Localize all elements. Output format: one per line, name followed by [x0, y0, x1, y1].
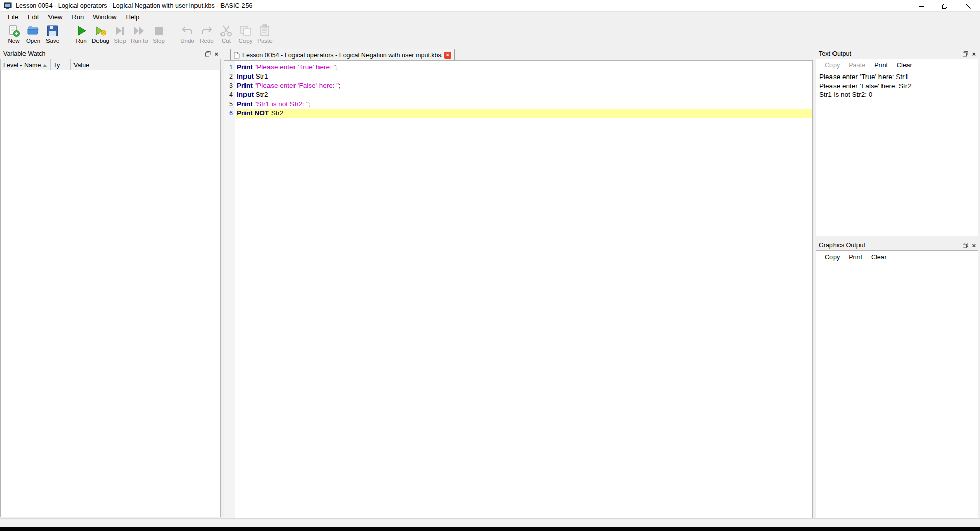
- graphics-output-content: CopyPrintClear: [816, 250, 978, 518]
- graphics-output-print-button[interactable]: Print: [844, 254, 867, 261]
- line-number: 4: [224, 90, 236, 99]
- graphics-output-copy-button[interactable]: Copy: [820, 254, 844, 261]
- toolbar-button-label: Save: [46, 38, 59, 44]
- restore-icon[interactable]: [933, 0, 957, 12]
- tab-close-icon[interactable]: ×: [444, 52, 451, 59]
- menu-run[interactable]: Run: [67, 12, 88, 22]
- menu-window[interactable]: Window: [88, 12, 121, 22]
- menu-help[interactable]: Help: [121, 12, 144, 22]
- toolbar-step-button[interactable]: Step: [110, 24, 130, 44]
- toolbar-paste-button[interactable]: Paste: [255, 24, 275, 44]
- paste-icon: [258, 24, 272, 37]
- toolbar-stop-button[interactable]: Stop: [149, 24, 168, 44]
- menu-bar: FileEditViewRunWindowHelp: [0, 12, 980, 22]
- code-line-text: Print "Str1 is not Str2: ";: [236, 99, 812, 109]
- editor-tab-title: Lesson 0054 - Logical operators - Logica…: [242, 52, 442, 59]
- code-line-1[interactable]: 1Print "Please enter 'True' here: ";: [224, 63, 812, 72]
- toolbar-cut-button[interactable]: Cut: [216, 24, 236, 44]
- status-bar: [0, 518, 980, 527]
- text-output-content: CopyPastePrintClear Please enter 'True' …: [816, 59, 978, 236]
- toolbar-run-to-button[interactable]: Run to: [130, 24, 149, 44]
- toolbar-new-button[interactable]: New: [4, 24, 23, 44]
- close-panel-icon[interactable]: ×: [972, 51, 976, 57]
- graphics-output-clear-button[interactable]: Clear: [867, 254, 891, 261]
- workspace: Variable Watch × Level - NameTyValue Les…: [0, 48, 980, 518]
- toolbar-copy-button[interactable]: Copy: [236, 24, 255, 44]
- toolbar-button-label: Redo: [200, 38, 214, 44]
- minimize-icon[interactable]: [910, 0, 933, 12]
- close-panel-icon[interactable]: ×: [214, 51, 218, 57]
- line-number: 6: [224, 109, 236, 118]
- toolbar-button-label: Step: [114, 38, 126, 44]
- float-panel-icon[interactable]: [963, 51, 968, 57]
- code-editor-panel: Lesson 0054 - Logical operators - Logica…: [224, 48, 813, 518]
- code-line-2[interactable]: 2Input Str1: [224, 72, 812, 81]
- menu-view[interactable]: View: [43, 12, 67, 22]
- variable-watch-body[interactable]: [0, 70, 221, 517]
- redo-icon: [200, 24, 213, 37]
- menu-file[interactable]: File: [3, 12, 23, 22]
- code-line-5[interactable]: 5Print "Str1 is not Str2: ";: [224, 99, 812, 109]
- toolbar-button-label: Paste: [257, 38, 272, 44]
- undo-icon: [181, 24, 194, 37]
- line-number-gutter: [224, 61, 235, 518]
- save-icon: [46, 24, 59, 37]
- text-output-clear-button[interactable]: Clear: [892, 62, 917, 69]
- column-header-level-name[interactable]: Level - Name: [1, 59, 51, 70]
- copy-icon: [239, 24, 252, 37]
- toolbar-debug-button[interactable]: Debug: [91, 24, 110, 44]
- close-icon[interactable]: [957, 0, 980, 12]
- code-line-6[interactable]: 6Print NOT Str2: [224, 109, 812, 118]
- column-header-value[interactable]: Value: [71, 59, 220, 70]
- document-icon: [234, 52, 240, 59]
- toolbar-button-label: New: [8, 38, 19, 44]
- float-panel-icon[interactable]: [205, 51, 211, 57]
- line-number: 1: [224, 63, 236, 72]
- graphics-output-header: Graphics Output ×: [816, 240, 978, 250]
- cut-icon: [219, 24, 233, 37]
- toolbar-button-label: Open: [26, 38, 40, 44]
- code-line-3[interactable]: 3Print "Please enter 'False' here: ";: [224, 81, 812, 90]
- float-panel-icon[interactable]: [963, 243, 968, 248]
- toolbar-run-button[interactable]: Run: [71, 24, 91, 44]
- text-output-title: Text Output: [819, 50, 851, 57]
- menu-edit[interactable]: Edit: [23, 12, 43, 22]
- new-file-icon: [7, 24, 20, 37]
- toolbar-button-label: Run: [76, 38, 86, 44]
- text-output-line: Please enter 'False' here: Str2: [819, 82, 975, 91]
- column-header-ty[interactable]: Ty: [51, 59, 71, 70]
- toolbar-button-label: Undo: [180, 38, 194, 44]
- code-line-4[interactable]: 4Input Str2: [224, 90, 812, 99]
- text-output-line: Str1 is not Str2: 0: [819, 90, 975, 99]
- text-output-paste-button[interactable]: Paste: [844, 62, 870, 69]
- toolbar-undo-button[interactable]: Undo: [178, 24, 197, 44]
- title-bar: Lesson 0054 - Logical operators - Logica…: [0, 0, 980, 12]
- stop-icon: [152, 24, 165, 37]
- toolbar-redo-button[interactable]: Redo: [197, 24, 216, 44]
- variable-watch-panel: Variable Watch × Level - NameTyValue: [0, 48, 221, 517]
- code-line-text: Print "Please enter 'True' here: ";: [236, 63, 812, 72]
- close-panel-icon[interactable]: ×: [972, 243, 976, 248]
- run-icon: [75, 24, 88, 37]
- variable-watch-header: Variable Watch ×: [0, 48, 221, 59]
- editor-tab-bar: Lesson 0054 - Logical operators - Logica…: [224, 48, 813, 60]
- toolbar-save-button[interactable]: Save: [43, 24, 62, 44]
- variable-watch-title: Variable Watch: [3, 50, 45, 57]
- variable-watch-column-headers: Level - NameTyValue: [0, 59, 221, 70]
- sort-ascending-icon: [43, 64, 47, 67]
- text-output-copy-button[interactable]: Copy: [820, 62, 844, 69]
- graphics-canvas[interactable]: [816, 263, 978, 518]
- window-title: Lesson 0054 - Logical operators - Logica…: [16, 2, 252, 9]
- line-number: 3: [224, 81, 236, 90]
- app-icon: [4, 2, 12, 10]
- toolbar-button-label: Stop: [153, 38, 165, 44]
- line-number: 2: [224, 72, 236, 81]
- graphics-output-panel: Graphics Output × CopyPrintClear: [816, 240, 978, 518]
- text-output-print-button[interactable]: Print: [870, 62, 892, 69]
- step-icon: [113, 24, 127, 37]
- toolbar-open-button[interactable]: Open: [23, 24, 43, 44]
- code-area[interactable]: 1Print "Please enter 'True' here: ";2Inp…: [224, 60, 813, 518]
- editor-tab[interactable]: Lesson 0054 - Logical operators - Logica…: [230, 49, 455, 60]
- text-output-line: Please enter 'True' here: Str1: [819, 72, 975, 82]
- text-output-panel: Text Output × CopyPastePrintClear Please…: [816, 48, 978, 236]
